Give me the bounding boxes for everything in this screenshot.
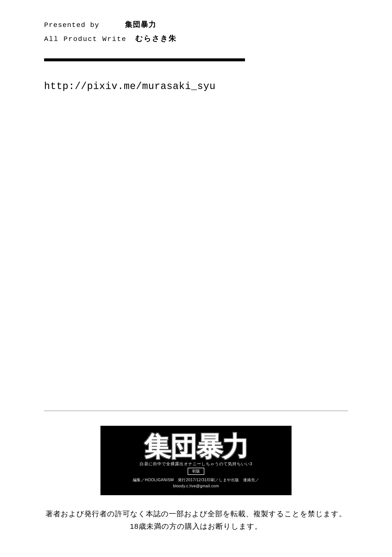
colophon-info: 編集／HOOLIGANISM 発行2017/12/31印刷／しまや出版 連絡先／… — [110, 477, 282, 489]
copyright-line2: 18歳未満の方の購入はお断りします。 — [44, 520, 348, 532]
book-subtitle: 白昼に街中で全裸露出オナニーしちゃうのて気持ちいい3 — [140, 461, 252, 467]
copyright-text: 著者および発行者の許可なく本誌の一部および全部を転載、複製することを禁じます。 … — [44, 507, 348, 532]
header-section: Presented by 集団暴力 All Product Write むらさき… — [44, 20, 348, 53]
colophon-box: 集団暴力 白昼に街中で全裸露出オナニーしちゃうのて気持ちいい3 初版 編集／HO… — [100, 426, 292, 495]
presented-by-label: Presented by — [44, 21, 99, 29]
url-section: http://pixiv.me/murasaki_syu — [44, 81, 348, 92]
edition-badge: 初版 — [188, 468, 204, 475]
presented-by-line: Presented by 集団暴力 — [44, 20, 348, 30]
thick-divider — [44, 58, 245, 61]
product-write-name: むらさき朱 — [135, 34, 177, 42]
copyright-line1: 著者および発行者の許可なく本誌の一部および全部を転載、複製することを禁じます。 — [44, 507, 348, 520]
circle-name-big: 集団暴力 — [144, 433, 248, 460]
presented-by-name: 集団暴力 — [125, 20, 156, 28]
circle-logo-area: 集団暴力 — [144, 433, 248, 460]
thin-divider — [44, 411, 348, 411]
copyright-section: 著者および発行者の許可なく本誌の一部および全部を転載、複製することを禁じます。 … — [44, 507, 348, 532]
product-write-label: All Product Write — [44, 35, 127, 43]
page-container: Presented by 集団暴力 All Product Write むらさき… — [0, 0, 392, 557]
bottom-padding — [44, 532, 348, 542]
url-text[interactable]: http://pixiv.me/murasaki_syu — [44, 81, 216, 92]
product-write-line: All Product Write むらさき朱 — [44, 34, 348, 44]
spacer — [44, 107, 348, 401]
